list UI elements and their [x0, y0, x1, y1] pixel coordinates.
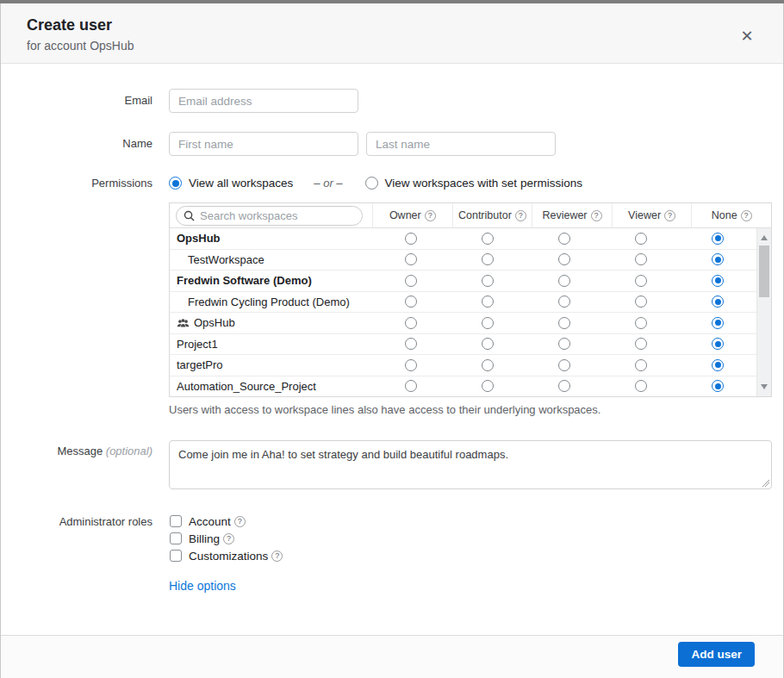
viewer-radio[interactable]	[635, 338, 647, 350]
help-icon[interactable]: ?	[664, 210, 675, 221]
contributor-radio[interactable]	[482, 338, 494, 350]
reviewer-radio[interactable]	[558, 338, 570, 350]
help-icon[interactable]: ?	[741, 210, 752, 221]
admin-role-customizations: Customizations ?	[170, 547, 283, 564]
workspace-permissions-table: Owner ? Contributor ? Reviewer ? Viewer …	[169, 202, 772, 397]
column-header-reviewer: Reviewer ?	[532, 203, 612, 227]
none-radio[interactable]	[712, 275, 724, 287]
modal-footer: Add user	[1, 635, 783, 678]
reviewer-radio[interactable]	[558, 253, 570, 265]
reviewer-radio[interactable]	[558, 295, 570, 308]
table-row: Project1	[170, 333, 771, 355]
admin-role-billing: Billing ?	[170, 530, 283, 547]
viewer-radio[interactable]	[635, 253, 647, 265]
last-name-field[interactable]	[366, 132, 556, 156]
reviewer-radio[interactable]	[558, 380, 570, 392]
help-icon[interactable]: ?	[425, 210, 436, 221]
view-all-workspaces-radio[interactable]	[169, 177, 182, 190]
workspace-name: TestWorkspace	[188, 253, 264, 266]
owner-radio[interactable]	[405, 253, 417, 265]
table-row: targetPro	[170, 354, 771, 376]
search-input[interactable]	[200, 209, 346, 222]
workspace-name: targetPro	[177, 358, 222, 371]
account-checkbox[interactable]	[170, 515, 182, 527]
modal: Create user for account OpsHub ✕ Email N…	[0, 3, 784, 678]
table-row: Automation_Source_Project	[170, 376, 771, 397]
none-radio[interactable]	[712, 295, 724, 308]
message-field[interactable]: Come join me in Aha! to set strategy and…	[169, 440, 772, 489]
first-name-field[interactable]	[169, 132, 358, 156]
contributor-radio[interactable]	[482, 380, 494, 392]
contributor-radio[interactable]	[482, 359, 494, 371]
create-user-dialog: Create user for account OpsHub ✕ Email N…	[0, 0, 784, 678]
email-label: Email	[1, 89, 152, 113]
help-icon[interactable]: ?	[223, 533, 234, 544]
viewer-radio[interactable]	[635, 380, 647, 392]
workspace-search[interactable]	[176, 206, 363, 226]
none-radio[interactable]	[712, 359, 724, 371]
scroll-up-icon[interactable]	[761, 235, 768, 240]
reviewer-radio[interactable]	[558, 275, 570, 287]
help-icon[interactable]: ?	[234, 516, 246, 527]
workspace-name: Fredwin Software (Demo)	[177, 274, 312, 287]
help-icon[interactable]: ?	[271, 550, 283, 562]
workspace-name: Automation_Source_Project	[177, 380, 316, 393]
viewer-radio[interactable]	[635, 317, 647, 329]
or-separator: – or –	[314, 177, 342, 190]
permissions-label: Permissions	[1, 177, 152, 190]
table-scrollbar[interactable]	[756, 228, 771, 396]
viewer-radio[interactable]	[635, 233, 647, 245]
scrollbar-thumb[interactable]	[759, 246, 769, 297]
add-user-button[interactable]: Add user	[678, 642, 755, 667]
permissions-options: View all workspaces – or – View workspac…	[169, 177, 582, 190]
contributor-radio[interactable]	[482, 317, 494, 329]
reviewer-radio[interactable]	[558, 359, 570, 371]
viewer-radio[interactable]	[635, 359, 647, 371]
reviewer-radio[interactable]	[558, 317, 570, 329]
reviewer-radio[interactable]	[558, 233, 570, 245]
column-header-viewer: Viewer ?	[612, 203, 692, 227]
column-header-contributor: Contributor ?	[452, 203, 532, 227]
contributor-radio[interactable]	[482, 253, 494, 265]
viewer-radio[interactable]	[635, 275, 647, 287]
page-title: Create user	[27, 16, 757, 34]
workspace-helper-text: Users with access to workspace lines als…	[169, 403, 600, 416]
table-search-cell	[170, 203, 372, 227]
contributor-radio[interactable]	[482, 295, 494, 308]
contributor-radio[interactable]	[482, 233, 494, 245]
modal-body: Email Name Permissions View all workspac…	[1, 64, 783, 634]
column-header-owner: Owner ?	[372, 203, 452, 227]
help-icon[interactable]: ?	[515, 210, 526, 221]
none-radio[interactable]	[712, 253, 724, 265]
modal-header: Create user for account OpsHub ✕	[1, 3, 783, 64]
table-row: Fredwin Software (Demo)	[170, 270, 771, 291]
owner-radio[interactable]	[405, 317, 417, 329]
customizations-checkbox[interactable]	[170, 550, 182, 562]
owner-radio[interactable]	[405, 380, 417, 392]
contributor-radio[interactable]	[482, 275, 494, 287]
owner-radio[interactable]	[405, 233, 417, 245]
workspace-name: Fredwin Cycling Product (Demo)	[188, 295, 350, 308]
search-icon	[184, 210, 195, 221]
owner-radio[interactable]	[405, 275, 417, 287]
none-radio[interactable]	[712, 233, 724, 245]
view-set-permissions-radio[interactable]	[365, 177, 378, 190]
scroll-down-icon[interactable]	[761, 384, 768, 389]
help-icon[interactable]: ?	[591, 210, 602, 221]
owner-radio[interactable]	[405, 338, 417, 350]
message-label: Message (optional)	[1, 445, 152, 457]
table-row: TestWorkspace	[170, 249, 771, 271]
none-radio[interactable]	[712, 380, 724, 392]
close-icon[interactable]: ✕	[737, 26, 757, 47]
table-row: OpsHub	[170, 228, 771, 249]
billing-checkbox[interactable]	[170, 532, 182, 544]
none-radio[interactable]	[712, 317, 724, 329]
email-field[interactable]	[169, 89, 358, 113]
hide-options-link[interactable]: Hide options	[169, 579, 236, 593]
owner-radio[interactable]	[405, 295, 417, 308]
admin-roles-label: Administrator roles	[1, 515, 152, 528]
viewer-radio[interactable]	[635, 295, 647, 308]
resize-grip-icon[interactable]	[762, 479, 769, 487]
none-radio[interactable]	[712, 338, 724, 350]
owner-radio[interactable]	[405, 359, 417, 371]
